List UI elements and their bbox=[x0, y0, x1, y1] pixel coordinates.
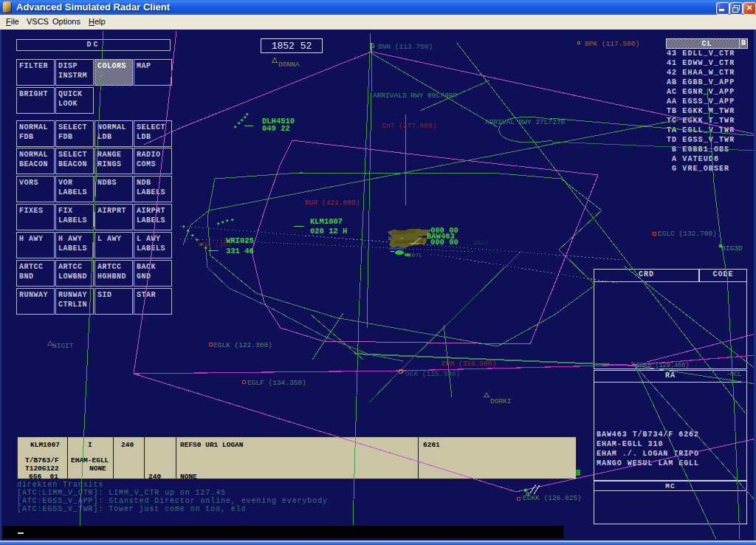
svg-text:DLH4510: DLH4510 bbox=[262, 117, 295, 126]
svg-text:*: * bbox=[245, 113, 249, 120]
svg-text:BPK (117.500): BPK (117.500) bbox=[585, 40, 639, 48]
svg-text:*: * bbox=[182, 225, 185, 233]
svg-text:*: * bbox=[216, 222, 220, 230]
svg-text:000 00: 000 00 bbox=[430, 238, 458, 247]
svg-text:253): 253) bbox=[474, 239, 488, 246]
svg-text:*: * bbox=[186, 230, 190, 237]
svg-text:049 22: 049 22 bbox=[262, 124, 290, 133]
svg-text:NIGIT: NIGIT bbox=[52, 342, 74, 350]
svg-text:BNN (113.750): BNN (113.750) bbox=[378, 43, 433, 51]
svg-text:331 46: 331 46 bbox=[226, 247, 254, 256]
svg-text:OCK (115.300): OCK (115.300) bbox=[405, 370, 460, 378]
svg-text:4507L: 4507L bbox=[405, 252, 422, 258]
svg-text:*: * bbox=[230, 219, 234, 226]
svg-text:000 00: 000 00 bbox=[430, 226, 458, 235]
svg-text:*: * bbox=[243, 116, 247, 123]
svg-text:ARRIVAL RWY 27L/27R: ARRIVAL RWY 27L/27R bbox=[485, 118, 566, 126]
svg-text:EGLF (134.350): EGLF (134.350) bbox=[247, 379, 306, 387]
svg-text:*: * bbox=[400, 237, 404, 244]
svg-text:*: * bbox=[225, 219, 229, 227]
svg-text:BUR (421.000): BUR (421.000) bbox=[305, 199, 360, 207]
svg-text:ARRIVALS RWY 09L/09R: ARRIVALS RWY 09L/09R bbox=[373, 92, 457, 100]
svg-text:*: * bbox=[233, 126, 237, 133]
svg-text:BAW463: BAW463 bbox=[427, 232, 455, 241]
svg-text:CHT (277.000): CHT (277.000) bbox=[382, 122, 436, 130]
svg-text:KLM1007: KLM1007 bbox=[310, 217, 343, 226]
svg-text:*: * bbox=[195, 239, 199, 246]
svg-text:WRI025: WRI025 bbox=[226, 236, 254, 245]
svg-text:BIG3D: BIG3D bbox=[721, 244, 743, 253]
svg-text:*: * bbox=[199, 243, 203, 250]
svg-text:DORKI: DORKI bbox=[490, 397, 512, 405]
svg-text:028 12 H: 028 12 H bbox=[310, 227, 347, 236]
svg-text:*: * bbox=[237, 122, 241, 129]
svg-text:EGLC (132.700): EGLC (132.700) bbox=[658, 230, 717, 238]
svg-text:*: * bbox=[204, 247, 207, 254]
svg-text:*: * bbox=[240, 119, 244, 126]
svg-text:EGKK (126.825): EGKK (126.825) bbox=[523, 494, 582, 502]
svg-text:EGLK (122.300): EGLK (122.300) bbox=[213, 341, 272, 349]
svg-text:*: * bbox=[221, 221, 224, 228]
svg-text:EPM (316.000): EPM (316.000) bbox=[441, 360, 496, 368]
svg-text:DONNA: DONNA bbox=[278, 61, 300, 69]
svg-text:*: * bbox=[190, 234, 194, 241]
svg-text:WOD (352: WOD (352 bbox=[198, 241, 232, 249]
